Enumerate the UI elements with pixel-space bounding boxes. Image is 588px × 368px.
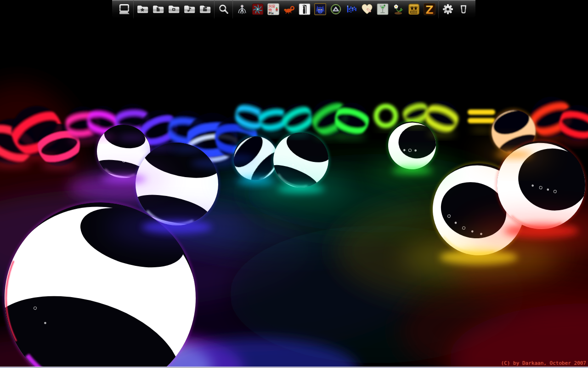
chameleon-game-button[interactable] [282,0,296,18]
gold-skull-game-button[interactable] [407,0,421,18]
settings-button[interactable] [441,0,455,18]
desktop[interactable]: 洞窟 物 Pix [0,0,588,368]
windows-folder-button[interactable] [166,0,181,18]
music-folder-button[interactable] [182,0,197,18]
videos-folder-button[interactable] [198,0,212,18]
folder-file-icon [152,3,164,16]
cocktail-icon [376,3,389,16]
laptop-icon [118,3,130,16]
wallpaper [0,0,588,368]
pinwheel-game-button[interactable] [250,0,265,18]
gear-icon [441,3,454,16]
show-desktop-button[interactable] [117,0,131,18]
documents-folder-button[interactable] [151,0,165,18]
flower-plant-game-button[interactable] [391,0,406,18]
trash-button[interactable] [456,0,471,18]
reaper-icon [298,3,311,16]
z-letter-icon [423,3,436,16]
heart-bandage-game-button[interactable] [360,0,374,18]
robot-icon [236,3,249,16]
gold-skull-icon [407,3,420,16]
folder-star-icon [136,3,149,16]
magnifier-icon [217,3,230,16]
demon-mask-icon [314,3,327,16]
dock-separator [438,0,439,18]
cave-story-game-button[interactable] [266,0,281,18]
demon-mask-game-button[interactable] [313,0,328,18]
search-button[interactable] [216,0,231,18]
dock-separator [232,0,233,18]
wallpaper-credit: (C) by Darkaan, October 2007 [501,360,586,366]
flower-plant-icon [392,3,405,16]
dock-section-applications [235,0,437,18]
reaper-game-button[interactable] [297,0,312,18]
chameleon-icon [283,3,295,16]
trash-icon [457,3,470,16]
folder-box-icon [167,3,180,16]
dock-section-places [135,0,212,18]
equalizer-icon [345,3,358,16]
folder-clapper-icon [198,3,211,16]
dock-section-system [441,0,471,18]
z-game-button[interactable] [422,0,437,18]
dock [112,0,476,19]
heart-bandage-icon [361,3,373,16]
robot-game-button[interactable] [235,0,249,18]
dock-section-launcher [117,0,131,18]
ring-arrow-game-button[interactable] [328,0,343,18]
pinwheel-icon [251,3,264,16]
equalizer-app-button[interactable] [344,0,359,18]
dock-separator [214,0,215,18]
favorites-folder-button[interactable] [135,0,150,18]
cave-story-icon [267,3,280,16]
cocktail-game-button[interactable] [375,0,390,18]
dock-section-search [216,0,231,18]
dock-separator [133,0,134,18]
folder-music-icon [183,3,196,16]
ring-arrow-icon [329,3,342,16]
